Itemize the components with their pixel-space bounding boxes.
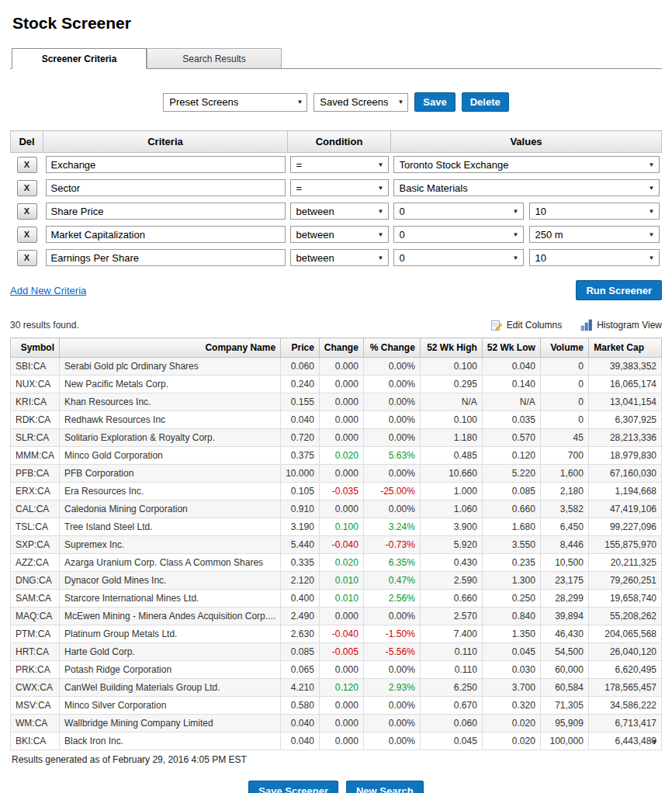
cell-high: 0.100	[420, 411, 482, 429]
cell-volume: 60,000	[540, 661, 588, 679]
value-select[interactable]: 250 m▼	[529, 226, 660, 243]
results-header-market-cap[interactable]: Market Cap	[588, 338, 661, 358]
results-header-company[interactable]: Company Name	[60, 338, 281, 358]
cell-price: 0.155	[281, 393, 320, 411]
cell-market-cap: 79,260,251	[588, 572, 661, 590]
cell-low: 3.550	[482, 536, 540, 554]
results-row: AZZ:CAAzarga Uranium Corp. Class A Commo…	[11, 554, 662, 572]
new-search-button[interactable]: New Search	[346, 781, 424, 793]
results-header-pct-change[interactable]: % Change	[363, 338, 420, 358]
cell-market-cap: 26,040,120	[588, 643, 661, 661]
scroll-down-button[interactable]: ▼	[649, 736, 660, 748]
cell-high: 2.570	[420, 608, 482, 625]
value-select[interactable]: 10▼	[529, 203, 660, 220]
condition-select[interactable]: between▼	[290, 226, 389, 243]
criteria-name-input[interactable]	[46, 203, 286, 220]
cell-change: 0.120	[319, 679, 363, 697]
tab-screener-criteria[interactable]: Screener Criteria	[12, 48, 147, 69]
tab-search-results[interactable]: Search Results	[147, 48, 282, 68]
delete-criteria-button[interactable]: X	[17, 250, 37, 266]
delete-criteria-button[interactable]: X	[17, 157, 37, 173]
cell-symbol: MSV:CA	[11, 697, 60, 715]
criteria-name-input[interactable]	[46, 226, 286, 243]
run-screener-button[interactable]: Run Screener	[576, 280, 662, 300]
cell-market-cap: 18,979,830	[588, 447, 661, 465]
results-row: MAQ:CAMcEwen Mining - Minera Andes Acqui…	[11, 608, 662, 625]
value-select[interactable]: 0▼	[393, 203, 524, 220]
condition-select[interactable]: =▼	[290, 179, 389, 196]
cell-low: 0.840	[482, 608, 540, 625]
results-header-row: Symbol Company Name Price Change % Chang…	[11, 338, 662, 358]
delete-button[interactable]: Delete	[462, 92, 509, 112]
cell-company: Platinum Group Metals Ltd.	[60, 625, 281, 643]
chevron-down-icon: ▼	[513, 231, 519, 238]
cell-market-cap: 204,065,568	[588, 625, 661, 643]
delete-criteria-button[interactable]: X	[17, 203, 37, 220]
cell-high: 0.110	[420, 643, 482, 661]
cell-price: 2.630	[281, 625, 320, 643]
delete-criteria-button[interactable]: X	[17, 180, 37, 196]
cell-company: Supremex Inc.	[60, 536, 281, 554]
condition-select-label: between	[296, 206, 334, 217]
results-row: NUX:CANew Pacific Metals Corp.0.2400.000…	[11, 376, 662, 393]
cell-low: 0.120	[482, 447, 540, 465]
chevron-down-icon: ▼	[649, 161, 655, 168]
criteria-header-del: Del	[11, 131, 43, 153]
cell-price: 10.000	[281, 465, 320, 483]
delete-criteria-button[interactable]: X	[17, 227, 37, 243]
cell-change: 0.100	[319, 518, 363, 536]
results-header-52wk-high[interactable]: 52 Wk High	[420, 338, 482, 358]
results-row: PTM:CAPlatinum Group Metals Ltd.2.630-0.…	[11, 625, 662, 643]
cell-pct-change: 0.00%	[363, 500, 420, 518]
save-screener-button[interactable]: Save Screener	[248, 781, 338, 793]
cell-volume: 700	[540, 447, 588, 465]
cell-company: CanWel Building Materials Group Ltd.	[60, 679, 281, 697]
condition-select[interactable]: =▼	[290, 156, 389, 173]
cell-symbol: AZZ:CA	[11, 554, 60, 572]
bottom-actions: Save Screener New Search	[10, 781, 662, 793]
cell-change: 0.000	[319, 465, 363, 483]
results-row: WM:CAWallbridge Mining Company Limited0.…	[11, 715, 662, 732]
criteria-name-input[interactable]	[46, 179, 286, 196]
results-header-price[interactable]: Price	[281, 338, 320, 358]
results-header-52wk-low[interactable]: 52 Wk Low	[482, 338, 540, 358]
results-header-symbol[interactable]: Symbol	[11, 338, 60, 358]
cell-change: -0.040	[319, 536, 363, 554]
criteria-header-values: Values	[391, 131, 662, 153]
cell-volume: 23,175	[540, 572, 588, 590]
results-header-volume[interactable]: Volume	[540, 338, 588, 358]
cell-high: 2.590	[420, 572, 482, 590]
cell-company: Potash Ridge Corporation	[60, 661, 281, 679]
value-select[interactable]: 10▼	[529, 249, 660, 266]
criteria-name-input[interactable]	[46, 156, 286, 173]
tab-bar: Screener Criteria Search Results	[10, 48, 662, 69]
condition-select[interactable]: between▼	[290, 249, 389, 266]
value-select[interactable]: 0▼	[393, 226, 524, 243]
value-select[interactable]: Basic Materials▼	[393, 179, 660, 196]
cell-change: -0.040	[319, 625, 363, 643]
criteria-header-row: Del Criteria Condition Values	[11, 131, 662, 153]
cell-pct-change: 0.00%	[363, 393, 420, 411]
results-row: BKI:CABlack Iron Inc.0.0400.0000.00%0.04…	[11, 732, 662, 750]
edit-columns-button[interactable]: Edit Columns	[490, 319, 562, 331]
preset-screens-select[interactable]: Preset Screens ▼	[163, 93, 307, 112]
results-row: ERX:CAEra Resources Inc.0.105-0.035-25.0…	[11, 483, 662, 500]
criteria-name-input[interactable]	[46, 249, 286, 266]
page-title: Stock Screener	[12, 14, 662, 33]
cell-market-cap: 6,713,417	[588, 715, 661, 732]
histogram-view-button[interactable]: Histogram View	[580, 319, 662, 331]
cell-symbol: ERX:CA	[11, 483, 60, 500]
value-select-label: 10	[535, 206, 546, 217]
cell-pct-change: 0.00%	[363, 661, 420, 679]
results-row: MMM:CAMinco Gold Corporation0.3750.0205.…	[11, 447, 662, 465]
cell-high: 0.295	[420, 376, 482, 393]
save-button[interactable]: Save	[414, 92, 455, 112]
value-select[interactable]: Toronto Stock Exchange▼	[393, 156, 660, 173]
saved-screens-select[interactable]: Saved Screens ▼	[313, 93, 408, 112]
value-select[interactable]: 0▼	[393, 249, 524, 266]
cell-change: 0.000	[319, 661, 363, 679]
cell-pct-change: 0.00%	[363, 429, 420, 447]
add-new-criteria-link[interactable]: Add New Criteria	[10, 285, 86, 296]
results-header-change[interactable]: Change	[319, 338, 363, 358]
condition-select[interactable]: between▼	[290, 203, 389, 220]
